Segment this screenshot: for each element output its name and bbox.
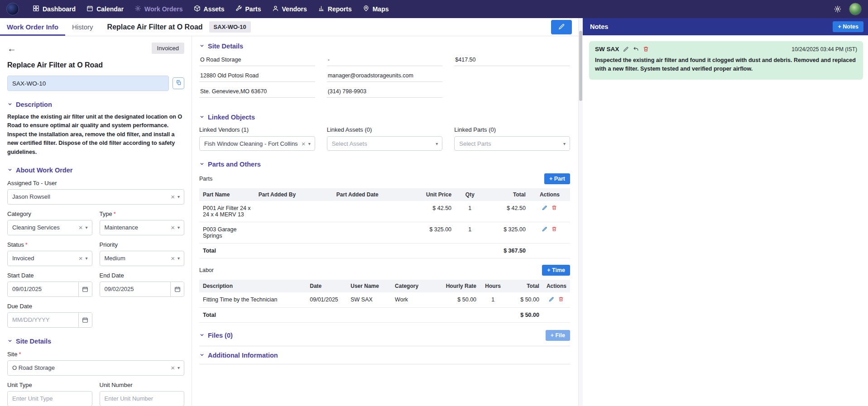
caret-down-icon[interactable]: ▾ <box>85 256 87 261</box>
unit-number-input[interactable]: Enter Unit Number <box>100 391 185 406</box>
calendar-icon[interactable] <box>170 282 184 296</box>
section-additional-information[interactable]: Additional Information <box>199 352 278 359</box>
vendors-icon <box>272 5 279 13</box>
section-parts-and-others[interactable]: Parts and Others <box>199 161 570 168</box>
nav-assets[interactable]: Assets <box>194 5 225 13</box>
caret-down-icon[interactable]: ▾ <box>177 225 180 230</box>
vertical-scrollbar[interactable] <box>578 18 583 406</box>
type-select[interactable]: Maintenance × ▾ <box>100 220 185 235</box>
note-delete-icon[interactable] <box>643 46 649 52</box>
site-label: Site <box>7 351 184 358</box>
clear-icon[interactable]: × <box>171 255 175 262</box>
section-about-work-order[interactable]: About Work Order <box>7 167 184 174</box>
clear-icon[interactable]: × <box>302 140 306 147</box>
calendar-icon <box>86 5 93 13</box>
add-part-button[interactable]: + Part <box>544 173 570 184</box>
user-avatar[interactable] <box>849 3 862 15</box>
parts-total-row: Total $ 367.50 <box>199 244 570 258</box>
clear-icon[interactable]: × <box>171 193 175 200</box>
caret-down-icon[interactable]: ▾ <box>436 141 438 146</box>
site-contact-field[interactable]: - <box>327 56 443 66</box>
section-label: Files (0) <box>208 332 233 339</box>
caret-down-icon[interactable]: ▾ <box>177 194 180 199</box>
copy-button[interactable] <box>173 77 184 89</box>
note-edit-icon[interactable] <box>623 46 629 52</box>
site-select[interactable]: O Road Storage × ▾ <box>7 360 184 376</box>
linked-vendors-select[interactable]: Fish Window Cleaning - Fort Collins × ▾ <box>199 136 315 151</box>
section-files[interactable]: Files (0) <box>199 332 233 339</box>
site-address2-field[interactable]: Ste. Genevieve,MO 63670 <box>199 88 315 98</box>
end-date-label: End Date <box>100 272 185 279</box>
nav-parts[interactable]: Parts <box>235 5 261 13</box>
add-notes-button[interactable]: + Notes <box>833 21 863 32</box>
work-order-id-field[interactable]: SAX-WO-10 <box>7 76 169 91</box>
edit-button[interactable] <box>551 20 572 34</box>
settings-gear-icon[interactable] <box>834 5 842 13</box>
site-address1-field[interactable]: 12880 Old Potosi Road <box>199 72 315 82</box>
note-reply-icon[interactable] <box>633 46 639 52</box>
section-site-details-main[interactable]: Site Details <box>199 43 570 50</box>
priority-select[interactable]: Medium × ▾ <box>100 251 185 266</box>
section-site-details[interactable]: Site Details <box>7 338 184 345</box>
back-icon[interactable]: ← <box>7 44 16 53</box>
end-date-input[interactable]: 09/02/2025 <box>100 282 185 297</box>
nav-work-orders[interactable]: Work Orders <box>134 5 183 13</box>
edit-row-icon[interactable] <box>549 296 554 302</box>
app-logo[interactable] <box>6 3 19 15</box>
notes-list: SW SAX 10/24/2025 03:44 PM (IST) Inspect… <box>583 35 868 406</box>
labor-subheading: Labor <box>199 267 214 273</box>
caret-down-icon[interactable]: ▾ <box>177 256 180 261</box>
work-order-id-badge: SAX-WO-10 <box>209 21 251 33</box>
edit-row-icon[interactable] <box>542 205 547 210</box>
table-row: Fitting Time by the Technician 09/01/202… <box>199 292 570 308</box>
labor-user: SW SAX <box>347 292 391 308</box>
nav-calendar[interactable]: Calendar <box>86 5 124 13</box>
nav-vendors[interactable]: Vendors <box>272 5 307 13</box>
delete-row-icon[interactable] <box>551 226 557 232</box>
labor-rate: $ 50.00 <box>432 292 480 308</box>
notes-title: Notes <box>590 23 608 30</box>
status-select[interactable]: Invoiced × ▾ <box>7 251 92 266</box>
clear-icon[interactable]: × <box>171 224 175 231</box>
nav-reports[interactable]: Reports <box>318 5 352 13</box>
tab-history[interactable]: History <box>65 18 100 36</box>
nav-dashboard[interactable]: Dashboard <box>33 5 76 13</box>
linked-parts-select[interactable]: Select Parts ▾ <box>454 136 570 151</box>
clear-icon[interactable]: × <box>171 364 175 371</box>
site-cost-field[interactable]: $417.50 <box>454 56 570 66</box>
nav-maps[interactable]: Maps <box>363 5 389 13</box>
tab-work-order-info[interactable]: Work Order Info <box>0 18 65 36</box>
scrollbar-thumb[interactable] <box>579 31 582 101</box>
start-date-input[interactable]: 09/01/2025 <box>7 282 92 297</box>
caret-down-icon[interactable]: ▾ <box>563 141 566 146</box>
chevron-down-icon <box>199 114 205 121</box>
calendar-icon[interactable] <box>78 282 92 296</box>
site-email-field[interactable]: manager@oroadstorageunits.com <box>327 72 443 82</box>
edit-row-icon[interactable] <box>542 226 547 232</box>
site-phone-field[interactable]: (314) 798-9903 <box>327 88 443 98</box>
select-value: O Road Storage <box>12 364 168 371</box>
site-name-field[interactable]: O Road Storage <box>199 56 315 66</box>
tab-label: Work Order Info <box>7 23 58 31</box>
unit-type-input[interactable]: Enter Unit Type <box>7 391 92 406</box>
unit-number-label: Unit Number <box>100 382 185 388</box>
linked-assets-select[interactable]: Select Assets ▾ <box>327 136 443 151</box>
caret-down-icon[interactable]: ▾ <box>308 141 311 146</box>
part-unit-price: $ 42.50 <box>414 201 455 222</box>
add-time-button[interactable]: + Time <box>542 265 570 276</box>
calendar-icon[interactable] <box>78 313 92 327</box>
caret-down-icon[interactable]: ▾ <box>177 365 180 370</box>
clear-icon[interactable]: × <box>79 255 83 262</box>
caret-down-icon[interactable]: ▾ <box>85 225 87 230</box>
category-select[interactable]: Cleaning Services × ▾ <box>7 220 92 235</box>
notes-panel: Notes + Notes SW SAX 10/24/2025 03:44 PM… <box>583 18 868 406</box>
delete-row-icon[interactable] <box>551 205 557 210</box>
clear-icon[interactable]: × <box>79 224 83 231</box>
delete-row-icon[interactable] <box>558 296 564 302</box>
add-file-button[interactable]: + File <box>546 330 570 341</box>
section-linked-objects[interactable]: Linked Objects <box>199 114 570 121</box>
select-placeholder: Select Assets <box>332 140 433 147</box>
section-description[interactable]: Description <box>7 101 184 108</box>
due-date-input[interactable]: MM/DD/YYYY <box>7 312 92 328</box>
assigned-to-select[interactable]: Jason Rowsell × ▾ <box>7 189 184 205</box>
